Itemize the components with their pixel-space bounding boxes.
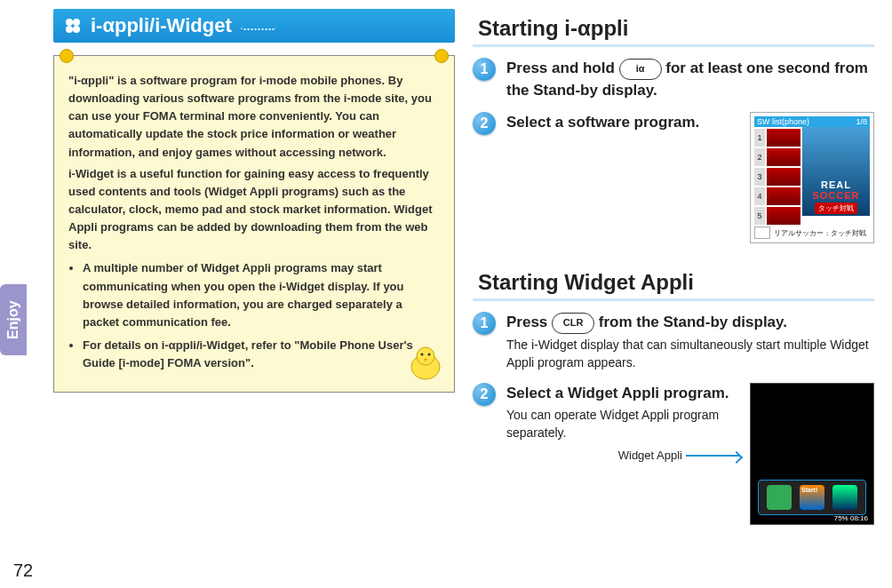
pin-icon — [60, 49, 74, 63]
list-index: 1 — [754, 129, 765, 147]
info-bullet: For details on i-αppli/i-Widget, refer t… — [83, 337, 440, 372]
callout-arrow-icon — [686, 455, 739, 457]
screenshot-header-right: 1/8 — [856, 117, 867, 126]
list-index: 5 — [754, 207, 765, 225]
screenshot-header-left: SW list(phone) — [757, 117, 809, 126]
callout-label: Widget Appli — [618, 448, 682, 465]
banner-title: i-αppli/i-Widget — [91, 14, 232, 37]
step-number: 2 — [473, 383, 496, 406]
page: Enjoy 72 i-αppli/i-Widget "i-αppli" is a… — [0, 0, 892, 588]
app-thumb — [767, 168, 800, 186]
svg-point-2 — [66, 26, 73, 33]
section-heading-start-iappli: Starting i-αppli — [473, 12, 874, 47]
svg-point-5 — [417, 347, 434, 365]
step-body: Press CLR from the Stand-by display. The… — [506, 312, 874, 371]
info-bullet-list: A multiple number of Widget Appli progra… — [68, 259, 440, 372]
app-thumb — [767, 187, 800, 205]
step-body: Select a software program. — [506, 112, 739, 134]
app-subtitle: タッチ対戦 — [815, 203, 857, 214]
widget-time: 08:16 — [850, 514, 868, 522]
section-heading-start-widget: Starting Widget Appli — [473, 266, 874, 301]
svg-point-6 — [421, 354, 424, 356]
info-paragraph: i-Widget is a useful function for gainin… — [68, 165, 440, 255]
step: 2 Select a software program. SW list(pho… — [473, 112, 874, 243]
pin-icon — [434, 49, 449, 63]
info-paragraph: "i-αppli" is a software program for i-mo… — [68, 72, 440, 162]
chick-icon — [406, 344, 445, 383]
widget-tray: Start! — [758, 480, 866, 515]
app-thumb — [767, 148, 800, 166]
app-title: REAL — [821, 179, 851, 190]
list-index: 2 — [754, 148, 765, 166]
screenshot-footer: リアルサッカー：タッチ対戦 — [754, 226, 870, 239]
callout: Widget Appli — [506, 448, 739, 465]
step-body: Select a Widget Appli program. You can o… — [506, 383, 739, 465]
left-column: i-αppli/i-Widget "i-αppli" is a software… — [53, 9, 455, 579]
widget-icon: Start! — [800, 485, 824, 510]
app-thumb — [767, 129, 800, 147]
app-thumb — [767, 207, 800, 225]
step-body: Press and hold iα for at least one secon… — [506, 58, 874, 101]
right-column: Starting i-αppli 1 Press and hold iα for… — [473, 9, 874, 579]
step: 1 Press CLR from the Stand-by display. T… — [473, 312, 874, 371]
step-number: 1 — [473, 58, 496, 81]
svg-point-7 — [428, 354, 431, 356]
step: 1 Press and hold iα for at least one sec… — [473, 58, 874, 101]
section-banner: i-αppli/i-Widget — [53, 9, 455, 43]
key-clr-icon: CLR — [552, 313, 594, 334]
side-tab-enjoy: Enjoy — [0, 284, 27, 355]
screenshot-header: SW list(phone) 1/8 — [754, 116, 870, 127]
widget-status: 75% 08:16 — [834, 514, 868, 522]
step-description: The i-Widget display that can simultaneo… — [506, 336, 874, 372]
step-text: Select a Widget Appli program. — [506, 383, 739, 405]
widget-percent: 75% — [834, 514, 848, 522]
app-preview: REAL SOCCER タッチ対戦 — [802, 127, 870, 216]
svg-point-0 — [66, 19, 73, 26]
info-bullet: A multiple number of Widget Appli progra… — [83, 259, 440, 331]
step-number: 1 — [473, 312, 496, 335]
step: 2 Select a Widget Appli program. You can… — [473, 383, 874, 525]
wave-decoration — [241, 21, 276, 30]
list-index: 3 — [754, 168, 765, 186]
list-index: 4 — [754, 187, 765, 205]
step-description: You can operate Widget Appli program sep… — [506, 406, 739, 442]
svg-point-3 — [73, 26, 80, 33]
widget-icon — [832, 485, 857, 510]
app-title: SOCCER — [812, 190, 859, 201]
page-number: 72 — [13, 560, 33, 581]
clover-icon — [64, 17, 82, 35]
step-text: Press — [506, 314, 552, 330]
phone-screenshot-swlist: SW list(phone) 1/8 1 2 3 4 5 REAL SOCCER… — [750, 112, 874, 243]
book-icon — [754, 226, 770, 239]
step-text: Select a software program. — [506, 112, 739, 134]
key-ialpha-icon: iα — [619, 59, 662, 80]
widget-icon — [767, 485, 792, 510]
screenshot-footer-text: リアルサッカー：タッチ対戦 — [774, 228, 866, 238]
info-box: "i-αppli" is a software program for i-mo… — [53, 55, 455, 393]
step-number: 2 — [473, 112, 496, 135]
phone-screenshot-widget: Start! 75% 08:16 — [750, 383, 874, 525]
step-text: from the Stand-by display. — [599, 314, 787, 330]
svg-point-1 — [73, 19, 80, 26]
step-text: Press and hold — [506, 60, 619, 76]
widget-start-label: Start! — [801, 487, 817, 493]
